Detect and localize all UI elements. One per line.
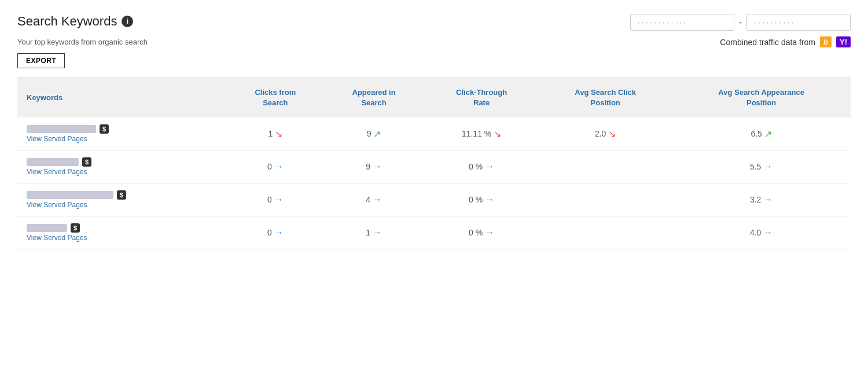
view-served-link[interactable]: View Served Pages (27, 201, 222, 209)
trend-flat-icon: → (763, 227, 773, 238)
avg-click-cell (539, 216, 672, 249)
appeared-cell: 4→ (323, 183, 424, 216)
trend-up-icon: ↗ (764, 128, 772, 139)
avg-appear-value: 4.0 (750, 228, 761, 237)
appeared-cell: 9→ (323, 150, 424, 183)
dollar-badge: $ (82, 157, 91, 167)
avg-click-cell (539, 150, 672, 183)
trend-up-icon: ↗ (373, 128, 381, 139)
ctr-cell: 11.11 %↘ (424, 117, 539, 150)
clicks-cell: 1↘ (227, 117, 323, 150)
bing-logo: b (820, 36, 832, 47)
combined-traffic: Combined traffic data from b Y! (720, 36, 851, 47)
ctr-value: 11.11 % (462, 129, 491, 138)
date-range: - (630, 14, 851, 31)
dollar-badge: $ (100, 124, 109, 134)
ctr-value: 0 % (469, 162, 483, 171)
keywords-table: Keywords Clicks fromSearch Appeared inSe… (17, 78, 851, 249)
ctr-value: 0 % (469, 195, 483, 204)
info-icon[interactable]: i (122, 16, 133, 27)
view-served-link[interactable]: View Served Pages (27, 135, 222, 143)
clicks-cell: 0→ (227, 183, 323, 216)
avg-click-cell (539, 183, 672, 216)
appeared-cell: 9↗ (323, 117, 424, 150)
trend-flat-icon: → (373, 194, 382, 205)
keyword-cell: $ View Served Pages (17, 216, 227, 249)
page-title: Search Keywords (17, 14, 117, 29)
keyword-cell: $ View Served Pages (17, 150, 227, 183)
subtitle-row: Your top keywords from organic search Co… (17, 36, 851, 47)
trend-down-icon: ↘ (494, 128, 501, 139)
table-container: Keywords Clicks fromSearch Appeared inSe… (17, 78, 851, 249)
appeared-value: 9 (366, 162, 370, 171)
clicks-cell: 0→ (227, 216, 323, 249)
keyword-cell: $ View Served Pages (17, 117, 227, 150)
table-row: $ View Served Pages 0→9→0 %→5.5→ (17, 150, 851, 183)
avg-appear-cell: 4.0→ (672, 216, 851, 249)
avg-appear-value: 6.5 (751, 129, 762, 138)
ctr-cell: 0 %→ (424, 216, 539, 249)
ctr-cell: 0 %→ (424, 183, 539, 216)
clicks-cell: 0→ (227, 150, 323, 183)
col-clicks: Clicks fromSearch (227, 78, 323, 117)
trend-flat-icon: → (485, 161, 494, 172)
appeared-value: 1 (366, 228, 370, 237)
trend-flat-icon: → (274, 194, 284, 205)
date-separator: - (739, 17, 742, 28)
yahoo-logo: Y! (836, 36, 851, 47)
avg-appear-value: 5.5 (750, 162, 761, 171)
view-served-link[interactable]: View Served Pages (27, 168, 222, 176)
avg-click-cell: 2.0↘ (539, 117, 672, 150)
ctr-cell: 0 %→ (424, 150, 539, 183)
clicks-value: 0 (267, 195, 272, 204)
appeared-value: 4 (366, 195, 370, 204)
col-avg-click: Avg Search ClickPosition (539, 78, 672, 117)
col-keywords: Keywords (17, 78, 227, 117)
avg-appear-cell: 5.5→ (672, 150, 851, 183)
appeared-value: 9 (367, 129, 372, 138)
col-avg-appear: Avg Search AppearancePosition (672, 78, 851, 117)
table-row: $ View Served Pages 0→1→0 %→4.0→ (17, 216, 851, 249)
trend-flat-icon: → (373, 227, 382, 238)
table-row: $ View Served Pages 0→4→0 %→3.2→ (17, 183, 851, 216)
trend-flat-icon: → (274, 161, 284, 172)
title-area: Search Keywords i (17, 14, 133, 29)
clicks-value: 0 (267, 162, 272, 171)
export-button[interactable]: EXPORT (17, 53, 65, 68)
trend-flat-icon: → (373, 161, 382, 172)
dollar-badge: $ (71, 223, 80, 233)
trend-flat-icon: → (274, 227, 284, 238)
page-subtitle: Your top keywords from organic search (17, 38, 148, 46)
trend-flat-icon: → (485, 194, 494, 205)
keyword-cell: $ View Served Pages (17, 183, 227, 216)
trend-down-icon: ↘ (275, 128, 282, 139)
trend-flat-icon: → (763, 194, 773, 205)
col-ctr: Click-ThroughRate (424, 78, 539, 117)
avg-click-value: 2.0 (595, 129, 606, 138)
clicks-value: 0 (267, 228, 272, 237)
combined-label: Combined traffic data from (720, 38, 815, 47)
page-header: Search Keywords i - (17, 14, 851, 31)
table-row: $ View Served Pages 1↘9↗11.11 %↘2.0↘6.5↗ (17, 117, 851, 150)
avg-appear-value: 3.2 (750, 195, 761, 204)
trend-down-icon: ↘ (608, 128, 616, 139)
col-appeared: Appeared inSearch (323, 78, 424, 117)
avg-appear-cell: 6.5↗ (672, 117, 851, 150)
trend-flat-icon: → (485, 227, 494, 238)
avg-appear-cell: 3.2→ (672, 183, 851, 216)
view-served-link[interactable]: View Served Pages (27, 234, 222, 242)
table-header-row: Keywords Clicks fromSearch Appeared inSe… (17, 78, 851, 117)
dollar-badge: $ (117, 190, 126, 200)
ctr-value: 0 % (469, 228, 483, 237)
clicks-value: 1 (268, 129, 273, 138)
trend-flat-icon: → (763, 161, 773, 172)
date-start-input[interactable] (630, 14, 734, 31)
date-end-input[interactable] (746, 14, 851, 31)
appeared-cell: 1→ (323, 216, 424, 249)
